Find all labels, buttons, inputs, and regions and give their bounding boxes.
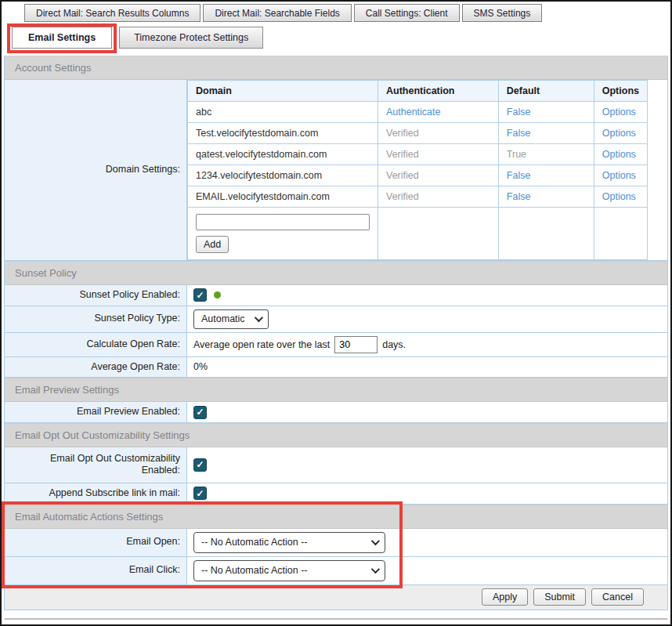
section-header-account-settings: Account Settings bbox=[5, 56, 667, 80]
settings-window: Direct Mail: Search Results Columns Dire… bbox=[0, 0, 672, 626]
sunset-type-label: Sunset Policy Type: bbox=[5, 306, 187, 332]
sunset-type-row: Sunset Policy Type: Automatic bbox=[5, 306, 667, 333]
tab-timezone-protect-settings[interactable]: Timezone Protect Settings bbox=[119, 27, 263, 49]
col-header-domain: Domain bbox=[188, 81, 378, 102]
sunset-policy-enabled-checkbox[interactable]: ✓ bbox=[193, 288, 207, 302]
email-settings-panel: Account Settings Domain Settings: Domain… bbox=[4, 56, 668, 610]
secondary-tab-bar: Email Settings Timezone Protect Settings bbox=[7, 24, 668, 53]
options-link[interactable]: Options bbox=[602, 128, 636, 139]
tab-email-settings[interactable]: Email Settings bbox=[12, 27, 112, 49]
domain-settings-label: Domain Settings: bbox=[5, 80, 187, 260]
footer-action-bar: Apply Submit Cancel bbox=[5, 585, 667, 610]
tab-direct-mail-searchable-fields[interactable]: Direct Mail: Searchable Fields bbox=[203, 4, 351, 22]
average-open-rate-label: Average Open Rate: bbox=[5, 357, 187, 378]
verified-status: Verified bbox=[386, 128, 419, 139]
domain-name-cell: abc bbox=[188, 102, 378, 123]
email-click-action-select[interactable]: -- No Automatic Action -- bbox=[193, 560, 385, 581]
default-toggle-link[interactable]: False bbox=[507, 128, 531, 139]
default-true-status: True bbox=[507, 149, 526, 160]
section-header-sunset-policy: Sunset Policy bbox=[5, 261, 667, 285]
chevron-down-icon bbox=[371, 565, 380, 574]
green-status-dot-icon bbox=[214, 291, 221, 299]
verified-status: Verified bbox=[386, 170, 419, 181]
open-rate-days-input[interactable] bbox=[334, 336, 378, 353]
domain-table-header-row: Domain Authentication Default Options bbox=[188, 81, 648, 102]
tab-call-settings-client[interactable]: Call Settings: Client bbox=[354, 4, 460, 22]
domain-name-cell: Test.velocifytestdomain.com bbox=[188, 123, 378, 144]
average-open-rate-value: 0% bbox=[193, 361, 208, 372]
append-subscribe-row: Append Subscribe link in mail: ✓ bbox=[5, 483, 667, 505]
open-rate-text-suffix: days. bbox=[382, 339, 406, 350]
open-rate-text-prefix: Average open rate over the last bbox=[193, 339, 330, 350]
tab-sms-settings[interactable]: SMS Settings bbox=[462, 4, 543, 22]
primary-tab-bar: Direct Mail: Search Results Columns Dire… bbox=[24, 4, 668, 22]
section-header-email-opt-out: Email Opt Out Customizability Settings bbox=[5, 423, 667, 447]
email-preview-enabled-label: Email Preview Enabled: bbox=[5, 402, 187, 422]
domain-settings-row: Domain Settings: Domain Authentication D… bbox=[5, 80, 667, 261]
sunset-policy-type-value: Automatic bbox=[201, 313, 245, 324]
domain-table-row: EMAIL.velocifytestdomain.com Verified Fa… bbox=[188, 186, 648, 208]
options-link[interactable]: Options bbox=[602, 170, 636, 181]
calculate-open-rate-label: Calculate Open Rate: bbox=[5, 333, 187, 356]
authenticate-link[interactable]: Authenticate bbox=[386, 107, 441, 118]
col-header-authentication: Authentication bbox=[378, 81, 499, 102]
email-open-action-value: -- No Automatic Action -- bbox=[201, 537, 307, 548]
default-toggle-link[interactable]: False bbox=[507, 191, 531, 202]
add-domain-button[interactable]: Add bbox=[196, 236, 229, 253]
domain-table-row: abc Authenticate False Options bbox=[188, 102, 648, 123]
chevron-down-icon bbox=[371, 537, 380, 545]
col-header-default: Default bbox=[498, 81, 594, 102]
append-subscribe-checkbox[interactable]: ✓ bbox=[193, 487, 207, 500]
window-bottom-edge bbox=[5, 618, 667, 620]
verified-status: Verified bbox=[386, 149, 419, 160]
default-toggle-link[interactable]: False bbox=[507, 107, 531, 118]
verified-status: Verified bbox=[386, 191, 419, 202]
apply-button[interactable]: Apply bbox=[482, 588, 528, 606]
calculate-open-rate-row: Calculate Open Rate: Average open rate o… bbox=[5, 333, 667, 357]
new-domain-input[interactable] bbox=[196, 214, 370, 230]
sunset-policy-type-select[interactable]: Automatic bbox=[193, 309, 269, 329]
submit-button[interactable]: Submit bbox=[533, 588, 586, 606]
domain-table: Domain Authentication Default Options ab… bbox=[187, 80, 648, 260]
cancel-button[interactable]: Cancel bbox=[591, 588, 644, 606]
email-preview-enabled-checkbox[interactable]: ✓ bbox=[193, 406, 207, 419]
sunset-enabled-label: Sunset Policy Enabled: bbox=[5, 285, 187, 306]
email-open-row: Email Open: -- No Automatic Action -- bbox=[5, 529, 667, 557]
append-subscribe-label: Append Subscribe link in mail: bbox=[5, 483, 187, 504]
tab-direct-mail-search-results-columns[interactable]: Direct Mail: Search Results Columns bbox=[24, 4, 201, 22]
section-header-email-automatic-actions: Email Automatic Actions Settings bbox=[5, 505, 667, 529]
col-header-options: Options bbox=[594, 81, 647, 102]
domain-table-row: 1234.velocifytestdomain.com Verified Fal… bbox=[188, 165, 648, 186]
email-open-label: Email Open: bbox=[5, 529, 187, 556]
empty-cell bbox=[498, 208, 594, 260]
options-link[interactable]: Options bbox=[602, 107, 636, 118]
domain-name-cell: qatest.velocifytestdomain.com bbox=[188, 144, 378, 165]
opt-out-enabled-checkbox[interactable]: ✓ bbox=[193, 458, 207, 472]
average-open-rate-row: Average Open Rate: 0% bbox=[5, 357, 667, 378]
domain-table-row: qatest.velocifytestdomain.com Verified T… bbox=[188, 144, 648, 165]
email-click-label: Email Click: bbox=[5, 557, 187, 584]
options-link[interactable]: Options bbox=[602, 191, 636, 202]
section-header-email-preview: Email Preview Settings bbox=[5, 378, 667, 402]
email-automatic-actions-section: Email Automatic Actions Settings Email O… bbox=[5, 505, 667, 585]
opt-out-enabled-label: Email Opt Out Customizability Enabled: bbox=[5, 447, 187, 483]
opt-out-enabled-row: Email Opt Out Customizability Enabled: ✓ bbox=[5, 447, 667, 483]
add-domain-row: Add bbox=[188, 208, 648, 260]
email-open-action-select[interactable]: -- No Automatic Action -- bbox=[193, 532, 385, 553]
domain-settings-value: Domain Authentication Default Options ab… bbox=[187, 80, 667, 260]
empty-cell bbox=[378, 208, 499, 260]
sunset-enabled-row: Sunset Policy Enabled: ✓ bbox=[5, 285, 667, 306]
empty-cell bbox=[594, 208, 647, 260]
options-link[interactable]: Options bbox=[602, 149, 636, 160]
domain-name-cell: EMAIL.velocifytestdomain.com bbox=[188, 186, 378, 208]
email-click-row: Email Click: -- No Automatic Action -- bbox=[5, 557, 667, 585]
default-toggle-link[interactable]: False bbox=[507, 170, 531, 181]
email-click-action-value: -- No Automatic Action -- bbox=[201, 565, 307, 576]
chevron-down-icon bbox=[255, 313, 263, 322]
email-preview-enabled-row: Email Preview Enabled: ✓ bbox=[5, 402, 667, 423]
domain-table-row: Test.velocifytestdomain.com Verified Fal… bbox=[188, 123, 648, 144]
domain-name-cell: 1234.velocifytestdomain.com bbox=[188, 165, 378, 186]
email-settings-tab-highlight-area: Email Settings bbox=[7, 24, 117, 53]
